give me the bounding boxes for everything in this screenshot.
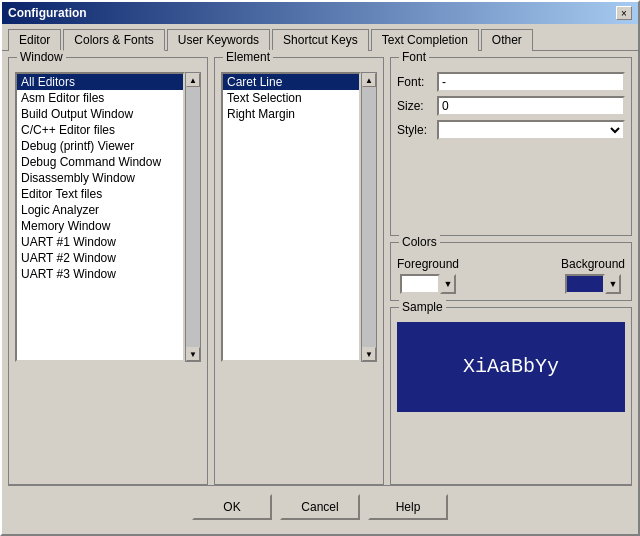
element-group: Element Caret Line Text Selection Right … bbox=[214, 57, 384, 485]
element-listbox[interactable]: Caret Line Text Selection Right Margin bbox=[221, 72, 361, 362]
list-item[interactable]: Text Selection bbox=[223, 90, 359, 106]
cancel-button[interactable]: Cancel bbox=[280, 494, 360, 520]
title-bar: Configuration × bbox=[2, 2, 638, 24]
tab-colors-fonts[interactable]: Colors & Fonts bbox=[63, 29, 164, 51]
tab-other[interactable]: Other bbox=[481, 29, 533, 51]
window-group: Window All Editors Asm Editor files Buil… bbox=[8, 57, 208, 485]
tab-text-completion[interactable]: Text Completion bbox=[371, 29, 479, 51]
window-list-container: All Editors Asm Editor files Build Outpu… bbox=[15, 72, 201, 362]
element-scrollbar[interactable]: ▲ ▼ bbox=[361, 72, 377, 362]
style-label: Style: bbox=[397, 123, 437, 137]
list-item[interactable]: C/C++ Editor files bbox=[17, 122, 183, 138]
font-name-row: Font: bbox=[397, 72, 625, 92]
scroll-up-button[interactable]: ▲ bbox=[362, 73, 376, 87]
list-item[interactable]: UART #3 Window bbox=[17, 266, 183, 282]
foreground-label: Foreground bbox=[397, 257, 459, 271]
foreground-col: Foreground ▼ bbox=[397, 257, 459, 294]
foreground-color-box bbox=[400, 274, 440, 294]
background-col: Background ▼ bbox=[561, 257, 625, 294]
background-label: Background bbox=[561, 257, 625, 271]
list-item[interactable]: Asm Editor files bbox=[17, 90, 183, 106]
foreground-dropdown-button[interactable]: ▼ bbox=[440, 274, 456, 294]
window-listbox[interactable]: All Editors Asm Editor files Build Outpu… bbox=[15, 72, 185, 362]
window-scrollbar[interactable]: ▲ ▼ bbox=[185, 72, 201, 362]
background-dropdown-button[interactable]: ▼ bbox=[605, 274, 621, 294]
element-list-container: Caret Line Text Selection Right Margin ▲… bbox=[221, 72, 377, 362]
font-size-input[interactable] bbox=[437, 96, 625, 116]
list-item[interactable]: Disassembly Window bbox=[17, 170, 183, 186]
tab-user-keywords[interactable]: User Keywords bbox=[167, 29, 270, 51]
list-item[interactable]: Build Output Window bbox=[17, 106, 183, 122]
font-group-label: Font bbox=[399, 50, 429, 64]
colors-group-label: Colors bbox=[399, 235, 440, 249]
sample-group-label: Sample bbox=[399, 300, 446, 314]
list-item[interactable]: Debug (printf) Viewer bbox=[17, 138, 183, 154]
tab-editor[interactable]: Editor bbox=[8, 29, 61, 51]
foreground-picker: ▼ bbox=[400, 274, 456, 294]
list-item[interactable]: UART #2 Window bbox=[17, 250, 183, 266]
font-style-row: Style: bbox=[397, 120, 625, 140]
list-item[interactable]: Debug Command Window bbox=[17, 154, 183, 170]
list-item[interactable]: Memory Window bbox=[17, 218, 183, 234]
list-item[interactable]: UART #1 Window bbox=[17, 234, 183, 250]
font-group: Font Font: Size: Style: bbox=[390, 57, 632, 236]
sample-group: Sample XiAaBbYy bbox=[390, 307, 632, 486]
font-size-row: Size: bbox=[397, 96, 625, 116]
window-title: Configuration bbox=[8, 6, 87, 20]
scroll-track bbox=[186, 87, 200, 347]
ok-button[interactable]: OK bbox=[192, 494, 272, 520]
font-style-select[interactable] bbox=[437, 120, 625, 140]
close-button[interactable]: × bbox=[616, 6, 632, 20]
background-picker: ▼ bbox=[565, 274, 621, 294]
tab-content: Window All Editors Asm Editor files Buil… bbox=[2, 50, 638, 534]
scroll-up-button[interactable]: ▲ bbox=[186, 73, 200, 87]
sample-text: XiAaBbYy bbox=[463, 355, 559, 378]
list-item[interactable]: All Editors bbox=[17, 74, 183, 90]
list-item[interactable]: Logic Analyzer bbox=[17, 202, 183, 218]
top-section: Window All Editors Asm Editor files Buil… bbox=[8, 57, 632, 485]
list-item[interactable]: Right Margin bbox=[223, 106, 359, 122]
list-item[interactable]: Editor Text files bbox=[17, 186, 183, 202]
bottom-bar: OK Cancel Help bbox=[8, 485, 632, 528]
size-label: Size: bbox=[397, 99, 437, 113]
font-name-input[interactable] bbox=[437, 72, 625, 92]
background-color-box bbox=[565, 274, 605, 294]
scroll-down-button[interactable]: ▼ bbox=[362, 347, 376, 361]
configuration-window: Configuration × Editor Colors & Fonts Us… bbox=[0, 0, 640, 536]
colors-group: Colors Foreground ▼ Background bbox=[390, 242, 632, 301]
tab-shortcut-keys[interactable]: Shortcut Keys bbox=[272, 29, 369, 51]
font-label: Font: bbox=[397, 75, 437, 89]
list-item[interactable]: Caret Line bbox=[223, 74, 359, 90]
title-bar-buttons: × bbox=[616, 6, 632, 20]
window-group-label: Window bbox=[17, 50, 66, 64]
sample-box: XiAaBbYy bbox=[397, 322, 625, 412]
right-panel: Font Font: Size: Style: bbox=[390, 57, 632, 485]
scroll-down-button[interactable]: ▼ bbox=[186, 347, 200, 361]
help-button[interactable]: Help bbox=[368, 494, 448, 520]
scroll-track bbox=[362, 87, 376, 347]
element-group-label: Element bbox=[223, 50, 273, 64]
tab-bar: Editor Colors & Fonts User Keywords Shor… bbox=[2, 24, 638, 50]
colors-row: Foreground ▼ Background ▼ bbox=[397, 257, 625, 294]
